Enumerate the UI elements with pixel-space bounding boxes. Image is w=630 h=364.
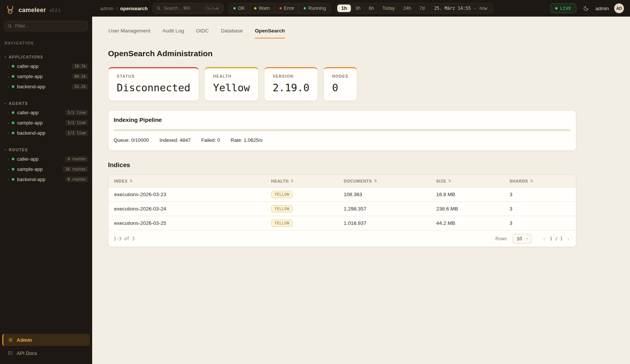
sidebar-item-label: backend-app [17,130,45,136]
sidebar-item-caller-app[interactable]: › caller-app 1/1 live [0,108,92,118]
nav-group-routes: ▾ ROUTES › caller-app 4 routes › sample-… [0,146,92,184]
cell-index: executions-2026-03-23 [108,192,266,197]
navigation-label: NAVIGATION [5,41,92,45]
sidebar-item-backend-app[interactable]: › backend-app 6 routes [0,174,92,184]
rows-per-page-select[interactable]: 10 ▾ [513,234,532,244]
sidebar-item-sample-app[interactable]: › sample-app 84.1k [0,71,92,81]
sidebar-item-label: caller-app [17,156,39,162]
topbar: admin / opensearch Ctrl+K OK [92,0,630,17]
app-root: cameleer v3.2.1 NAVIGATION ▾ APPLICATION… [0,0,630,364]
next-page-button[interactable]: › [566,235,571,242]
sidebar-item-caller-app[interactable]: › caller-app 4 routes [0,154,92,164]
cell-size: 238.6 MB [431,206,504,212]
tab-opensearch[interactable]: OpenSearch [255,26,286,38]
cell-documents: 1.298.357 [338,206,431,212]
sidebar-item-label: backend-app [17,177,45,182]
status-dot [12,121,14,124]
filter-chip-ok[interactable]: OK [229,3,249,13]
shortcut-badge: Ctrl+K [204,5,221,12]
admin-label: Admin [17,337,32,343]
sort-icon: ⇅ [448,179,452,183]
status-dot [12,132,14,134]
tab-database[interactable]: Database [221,26,243,38]
column-header-health[interactable]: HEALTH ⇅ [266,179,338,183]
sidebar-item-badge: 1/1 live [65,120,88,126]
nodes-card: NODES 0 [323,67,357,101]
theme-toggle[interactable] [582,4,590,13]
cameleer-logo-icon [5,5,15,15]
caret-down-icon: ▾ [5,148,6,152]
group-header-applications[interactable]: ▾ APPLICATIONS [0,53,92,61]
card-label: VERSION [273,74,310,78]
breadcrumb-parent[interactable]: admin [100,6,113,11]
prev-page-button[interactable]: ‹ [542,235,547,242]
time-range-24h[interactable]: 24h [399,5,415,12]
search-input[interactable] [164,6,201,11]
time-range-1h[interactable]: 1h [337,5,351,12]
column-header-shards[interactable]: SHARDS ⇅ [504,179,576,183]
column-label: HEALTH [271,179,289,183]
status-cards: STATUS Disconnected HEALTH Yellow VERSIO… [108,67,576,101]
group-header-agents[interactable]: ▾ AGENTS [0,99,92,108]
sidebar-item-badge: 32.2k [72,84,88,89]
sort-icon: ⇅ [374,179,377,183]
sidebar-item-backend-app[interactable]: › backend-app 32.2k [0,81,92,92]
rows-per-page-value: 10 [517,236,522,241]
sidebar-item-backend-app[interactable]: › backend-app 1/1 live [0,128,92,138]
sidebar-item-label: caller-app [17,110,39,115]
date-range-display: 25. März 14:55 — now [434,6,487,11]
group-header-routes[interactable]: ▾ ROUTES [0,146,92,154]
pipeline-stat-rate: Rate: 1.0625/s [231,137,263,143]
time-range-today[interactable]: Today [378,5,399,12]
group-label: ROUTES [9,147,28,152]
tab-audit-log[interactable]: Audit Log [162,26,184,38]
column-header-documents[interactable]: DOCUMENTS ⇅ [338,179,431,183]
filter-chip-error[interactable]: Error [275,3,299,13]
status-dot [12,178,14,181]
sidebar-item-label: caller-app [17,63,39,69]
filter-chip-warn[interactable]: Warn [249,3,274,13]
table-row[interactable]: executions-2026-03-24 YELLOW 1.298.357 2… [108,202,576,216]
sort-icon: ⇅ [291,179,294,183]
card-value: 0 [332,82,348,94]
breadcrumb[interactable]: admin / opensearch [100,6,148,11]
cell-size: 16.8 MB [431,192,504,197]
filter-input[interactable] [4,21,88,31]
global-search[interactable]: Ctrl+K [153,3,224,14]
chevron-right-icon: › [8,177,9,182]
status-dot [12,158,14,160]
caret-down-icon: ▾ [5,55,6,59]
column-header-index[interactable]: INDEX ⇅ [108,179,266,183]
time-range-6h[interactable]: 6h [364,5,378,12]
column-header-size[interactable]: SIZE ⇅ [431,179,504,183]
sidebar-item-sample-app[interactable]: › sample-app 1/1 live [0,118,92,128]
breadcrumb-separator: / [116,6,117,11]
chevron-right-icon: › [8,157,9,161]
table-row[interactable]: executions-2026-03-25 YELLOW 1.016.937 4… [108,216,576,230]
tab-user-management[interactable]: User Management [108,26,151,38]
sidebar-item-admin[interactable]: Admin [2,334,90,346]
sidebar-item-caller-app[interactable]: › caller-app 10.7k [0,61,92,71]
table-row[interactable]: executions-2026-03-23 YELLOW 108.363 16.… [108,187,576,202]
topbar-right: LIVE admin AD [550,3,624,13]
avatar[interactable]: AD [614,3,624,13]
chip-label: Error [284,6,295,11]
sidebar-item-api-docs[interactable]: API Docs [2,347,90,359]
app-logo[interactable]: cameleer v3.2.1 [0,0,92,17]
running-dot [304,7,306,9]
logo-name: cameleer [19,7,46,14]
sidebar-item-label: sample-app [17,120,43,126]
cell-shards: 3 [504,192,576,197]
tab-oidc[interactable]: OIDC [196,26,209,38]
pipeline-progress-bar [114,129,571,131]
filter-chip-running[interactable]: Running [299,3,330,13]
live-toggle[interactable]: LIVE [550,3,576,13]
time-range-7d[interactable]: 7d [415,5,429,12]
breadcrumb-current: opensearch [120,6,148,11]
cell-documents: 1.016.937 [338,220,431,226]
time-range-3h[interactable]: 3h [351,5,364,12]
logo-version: v3.2.1 [50,8,61,12]
sidebar-item-badge: 1/1 live [65,130,88,136]
live-label: LIVE [560,6,571,11]
sidebar-item-sample-app[interactable]: › sample-app 16 routes [0,164,92,174]
